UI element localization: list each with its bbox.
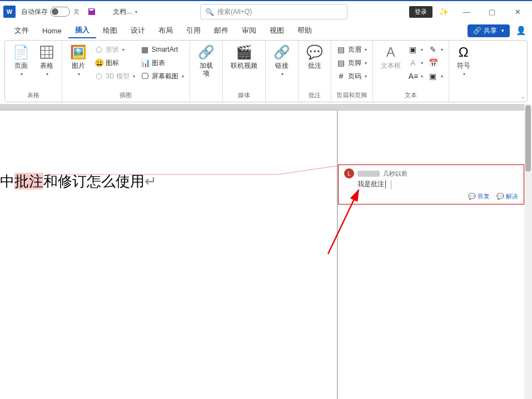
comment-body[interactable]: 我是批注 │ xyxy=(357,179,518,189)
tab-design[interactable]: 设计 xyxy=(124,23,152,38)
tab-draw[interactable]: 绘图 xyxy=(96,23,124,38)
wand-icon[interactable]: ✨ xyxy=(439,7,449,16)
omega-icon: Ω xyxy=(459,44,469,61)
search-icon: 🔍 xyxy=(205,8,214,16)
signature-button[interactable]: ✎▾ xyxy=(426,43,445,56)
chart-button[interactable]: 📊图表 xyxy=(138,56,186,69)
document-page[interactable]: 中批注和修订怎么使用↵ xyxy=(0,111,337,399)
search-placeholder: 搜索(Alt+Q) xyxy=(217,7,252,17)
text-cursor-icon xyxy=(385,181,386,188)
close-button[interactable]: ✕ xyxy=(506,3,529,20)
ribbon: 📄 页面▾ 表格▾ 表格 🖼️ 图片▾ ⬠形状▾ 😀图标 ⬡3D 模型▾ ▦Sm… xyxy=(4,40,528,102)
maximize-button[interactable]: ▢ xyxy=(481,3,503,20)
pictures-button[interactable]: 🖼️ 图片▾ xyxy=(66,43,91,79)
comment-pane: L 几秒以前 我是批注 │ 💬答复 💬解决 xyxy=(338,111,524,399)
quickparts-button[interactable]: ▣▾ xyxy=(406,43,425,56)
group-label: 批注 xyxy=(309,91,321,101)
comment-author xyxy=(357,171,380,177)
minimize-button[interactable]: — xyxy=(455,3,478,20)
screenshot-button[interactable]: 🖵屏幕截图▾ xyxy=(138,69,186,83)
footer-button[interactable]: ▤页脚▾ xyxy=(335,56,369,69)
comment-icon: 💬 xyxy=(306,44,323,61)
header-button[interactable]: ▤页眉▾ xyxy=(335,43,369,56)
parts-icon: ▣ xyxy=(409,45,417,54)
group-label: 插图 xyxy=(120,91,132,101)
addins-button[interactable]: 🔗 加载 项 xyxy=(193,43,219,79)
titlebar-right: 登录 ✨ — ▢ ✕ xyxy=(409,3,529,20)
table-icon xyxy=(39,44,54,61)
scrollbar-thumb[interactable] xyxy=(525,105,531,172)
comment-connector-line xyxy=(47,164,339,176)
page-button[interactable]: 📄 页面▾ xyxy=(8,43,34,79)
wordart-button[interactable]: A▾ xyxy=(406,56,425,69)
ribbon-group-addins: 🔗 加载 项 xyxy=(190,41,223,102)
onlinevideo-button[interactable]: 🎬 联机视频 xyxy=(226,43,262,71)
object-button[interactable]: ▣▾ xyxy=(426,69,445,83)
textbox-button[interactable]: A 文本框 xyxy=(376,43,405,71)
3dmodels-button[interactable]: ⬡3D 模型▾ xyxy=(92,69,137,83)
share-icon: 🔗 xyxy=(473,27,481,34)
ribbon-group-media: 🎬 联机视频 媒体 xyxy=(223,41,266,102)
login-button[interactable]: 登录 xyxy=(409,6,432,18)
save-icon[interactable] xyxy=(87,7,96,16)
textbox-icon: A xyxy=(386,44,395,61)
link-icon: 🔗 xyxy=(274,44,290,61)
vertical-scrollbar[interactable] xyxy=(524,104,532,399)
group-label xyxy=(281,93,282,101)
tab-help[interactable]: 帮助 xyxy=(291,23,319,38)
pagenum-button[interactable]: #页码▾ xyxy=(335,69,369,83)
tab-home[interactable]: Home xyxy=(36,24,68,37)
tab-review[interactable]: 审阅 xyxy=(235,23,263,38)
symbol-button[interactable]: Ω 符号▾ xyxy=(453,43,475,79)
autosave-toggle-icon[interactable] xyxy=(50,7,70,17)
search-input[interactable]: 🔍 搜索(Alt+Q) xyxy=(200,4,347,19)
group-label xyxy=(463,93,464,101)
comment-button[interactable]: 💬 批注 xyxy=(302,43,327,71)
tab-references[interactable]: 引用 xyxy=(180,23,207,38)
tab-file[interactable]: 文件 xyxy=(8,23,36,38)
autosave-state: 关 xyxy=(73,8,79,16)
comments-pane-icon[interactable]: 👤 xyxy=(516,26,526,36)
chevron-down-icon: ▾ xyxy=(501,28,504,33)
ribbon-group-comments: 💬 批注 批注 xyxy=(299,41,331,102)
date-icon: 📅 xyxy=(429,58,437,67)
header-icon: ▤ xyxy=(337,45,346,54)
ribbon-group-illustrations: 🖼️ 图片▾ ⬠形状▾ 😀图标 ⬡3D 模型▾ ▦SmartArt 📊图表 🖵屏… xyxy=(62,41,190,102)
dropcap-button[interactable]: A≡▾ xyxy=(406,69,425,83)
footer-icon: ▤ xyxy=(337,58,346,67)
ribbon-group-symbols: Ω 符号▾ xyxy=(449,41,478,102)
smartart-icon: ▦ xyxy=(141,45,150,54)
tab-layout[interactable]: 布局 xyxy=(152,23,180,38)
screenshot-icon: 🖵 xyxy=(141,72,150,81)
reply-button[interactable]: 💬答复 xyxy=(468,192,490,201)
table-button[interactable]: 表格▾ xyxy=(35,43,58,79)
resolve-button[interactable]: 💬解决 xyxy=(496,192,518,201)
dropcap-icon: A≡ xyxy=(409,72,417,81)
datetime-button[interactable]: 📅 xyxy=(426,56,445,69)
shapes-button[interactable]: ⬠形状▾ xyxy=(92,43,137,56)
ibeam-icon: │ xyxy=(389,180,394,189)
comment-header: L 几秒以前 xyxy=(344,168,518,178)
ribbon-collapse-icon[interactable]: ⌄ xyxy=(520,93,525,99)
group-label: 文本 xyxy=(405,91,417,101)
tab-insert[interactable]: 插入 xyxy=(68,23,96,38)
ribbon-group-links: 🔗 链接▾ xyxy=(266,41,299,102)
share-button[interactable]: 🔗 共享 ▾ xyxy=(468,24,510,37)
smartart-button[interactable]: ▦SmartArt xyxy=(138,43,186,56)
autosave-label: 自动保存 xyxy=(21,7,48,17)
link-button[interactable]: 🔗 链接▾ xyxy=(269,43,295,79)
comment-card[interactable]: L 几秒以前 我是批注 │ 💬答复 💬解决 xyxy=(338,164,524,205)
comment-time: 几秒以前 xyxy=(383,169,407,178)
document-name[interactable]: 文档... ▾ xyxy=(113,7,137,17)
tab-mailings[interactable]: 邮件 xyxy=(207,23,235,38)
picture-icon: 🖼️ xyxy=(70,44,87,61)
icons-button[interactable]: 😀图标 xyxy=(92,56,137,69)
comment-actions: 💬答复 💬解决 xyxy=(344,192,518,201)
ribbon-group-headerfooter: ▤页眉▾ ▤页脚▾ #页码▾ 页眉和页脚 xyxy=(331,41,373,102)
word-logo-icon: W xyxy=(3,6,16,18)
autosave-control[interactable]: 自动保存 关 xyxy=(21,7,79,17)
tab-view[interactable]: 视图 xyxy=(263,23,291,38)
page-icon: 📄 xyxy=(13,44,29,61)
text-pre: 中 xyxy=(0,173,14,189)
ribbon-group-pages: 📄 页面▾ 表格▾ 表格 xyxy=(5,41,62,102)
